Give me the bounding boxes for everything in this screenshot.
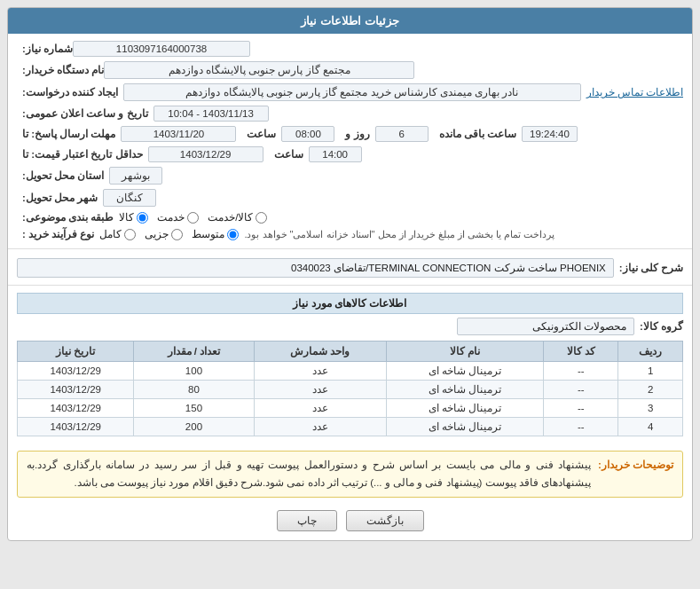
col-header-date: تاریخ نیاز: [18, 342, 134, 362]
cell-date: 1403/12/29: [18, 418, 134, 436]
sharh-value: PHOENIX ساخت شرکت TERMINAL CONNECTION/تق…: [17, 258, 614, 278]
col-header-qty: تعداد / مقدار: [134, 342, 254, 362]
hadaqal-saat-value: 14:00: [309, 146, 362, 162]
cell-row: 2: [618, 381, 683, 399]
cell-qty: 100: [134, 362, 254, 381]
shomare-niaz-label: شماره نیاز:: [22, 43, 73, 55]
nam-dastgah-value: مجتمع گاز پارس جنوبی پالایشگاه دوازدهم: [104, 61, 414, 79]
radio-khedmat[interactable]: خدمت: [157, 211, 199, 224]
cell-code: --: [544, 362, 618, 381]
tarikh-label: تاریخ و ساعت اعلان عمومی:: [22, 107, 148, 120]
cell-unit: عدد: [254, 399, 386, 418]
tarikh-value: 1403/11/13 - 10:04: [153, 106, 269, 122]
table-row: 3--ترمینال شاخه ایعدد1501403/12/29: [18, 399, 683, 418]
mohlet-roz-value: 6: [375, 126, 429, 142]
now-farayand-label: نوع فرآیند خرید :: [22, 228, 94, 240]
panel-title: جزئیات اطلاعات نیاز: [8, 8, 692, 34]
col-header-name: نام کالا: [386, 342, 544, 362]
notes-box: توضیحات خریدار: پیشنهاد فنی و مالی می با…: [17, 451, 683, 498]
table-row: 1--ترمینال شاخه ایعدد1001403/12/29: [18, 362, 683, 381]
ostan-value: بوشهر: [109, 167, 162, 185]
group-label: گروه کالا:: [640, 320, 683, 333]
mohlet-ersal-label: مهلت ارسال پاسخ: تا: [22, 128, 115, 140]
group-value: محصولات الکترونیکی: [457, 318, 634, 335]
sharh-label: شرح کلی نیاز:: [619, 262, 683, 274]
cell-name: ترمینال شاخه ای: [386, 362, 544, 381]
cell-name: ترمینال شاخه ای: [386, 418, 544, 436]
tabaqe-label: طبقه بندی موضوعی:: [22, 211, 114, 224]
mohlet-baqi-label: ساعت باقی مانده: [439, 128, 516, 140]
cell-date: 1403/12/29: [18, 399, 134, 418]
now-radio-group: متوسط جزیی کامل: [99, 228, 239, 240]
col-header-row: ردیف: [618, 342, 683, 362]
radio-kamel[interactable]: کامل: [99, 228, 136, 240]
hadaqal-tarikh-label: حداقل تاریخ اعتبار قیمت: تا: [22, 148, 143, 161]
ettelaat-tamas-link[interactable]: اطلاعات تماس خریدار: [586, 86, 683, 98]
radio-kala[interactable]: کالا: [119, 211, 148, 224]
notes-text: پیشنهاد فنی و مالی می بایست بر اساس شرح …: [27, 457, 591, 491]
radio-jozii[interactable]: جزیی: [145, 228, 183, 240]
cell-unit: عدد: [254, 381, 386, 399]
cell-qty: 200: [134, 418, 254, 436]
eijad-konande-label: ایجاد کننده درخواست:: [22, 86, 118, 98]
mohlet-roz-label: روز و: [345, 128, 369, 140]
cell-qty: 80: [134, 381, 254, 399]
col-header-unit: واحد شمارش: [254, 342, 386, 362]
cell-qty: 150: [134, 399, 254, 418]
mohlet-saat-value: 08:00: [281, 126, 334, 142]
items-table: ردیف کد کالا نام کالا واحد شمارش تعداد /…: [17, 341, 683, 436]
mohlet-tarikh-value: 1403/11/20: [121, 126, 236, 142]
nam-dastgah-label: نام دستگاه خریدار:: [22, 64, 104, 76]
btn-back[interactable]: بازگشت: [346, 510, 424, 531]
cell-code: --: [544, 399, 618, 418]
cell-row: 4: [618, 418, 683, 436]
col-header-code: کد کالا: [544, 342, 618, 362]
cell-name: ترمینال شاخه ای: [386, 399, 544, 418]
shahr-label: شهر محل تحویل:: [22, 192, 98, 204]
eijad-konande-value: نادر بهاری میمندی کارشناس خرید مجتمع گاز…: [123, 83, 580, 101]
shahr-value: کنگان: [103, 189, 156, 207]
cell-code: --: [544, 418, 618, 436]
radio-kala-khedmat[interactable]: کالا/خدمت: [208, 211, 267, 224]
ostan-label: استان محل تحویل:: [22, 169, 104, 182]
cell-name: ترمینال شاخه ای: [386, 381, 544, 399]
cell-date: 1403/12/29: [18, 362, 134, 381]
hadaqal-tarikh-value: 1403/12/29: [148, 146, 263, 162]
table-row: 4--ترمینال شاخه ایعدد2001403/12/29: [18, 418, 683, 436]
tabaqe-radio-group: کالا/خدمت خدمت کالا: [119, 211, 267, 224]
shomare-niaz-value: 1103097164000738: [73, 41, 250, 57]
table-row: 2--ترمینال شاخه ایعدد801403/12/29: [18, 381, 683, 399]
mohlet-saat-label: ساعت: [247, 128, 276, 140]
cell-unit: عدد: [254, 362, 386, 381]
btn-print[interactable]: چاپ: [277, 510, 337, 531]
notes-label: توضیحات خریدار:: [598, 457, 673, 475]
cell-date: 1403/12/29: [18, 381, 134, 399]
radio-motevaset[interactable]: متوسط: [192, 228, 239, 240]
mohlet-baqi-value: 19:24:40: [522, 126, 578, 142]
cell-unit: عدد: [254, 418, 386, 436]
cell-code: --: [544, 381, 618, 399]
cell-row: 3: [618, 399, 683, 418]
kalaha-title: اطلاعات کالاهای مورد نیاز: [17, 293, 683, 314]
cell-row: 1: [618, 362, 683, 381]
now-note: پرداخت تمام یا بخشی از مبلغ خریدار از مح…: [244, 229, 554, 240]
hadaqal-saat-label: ساعت: [274, 148, 303, 161]
